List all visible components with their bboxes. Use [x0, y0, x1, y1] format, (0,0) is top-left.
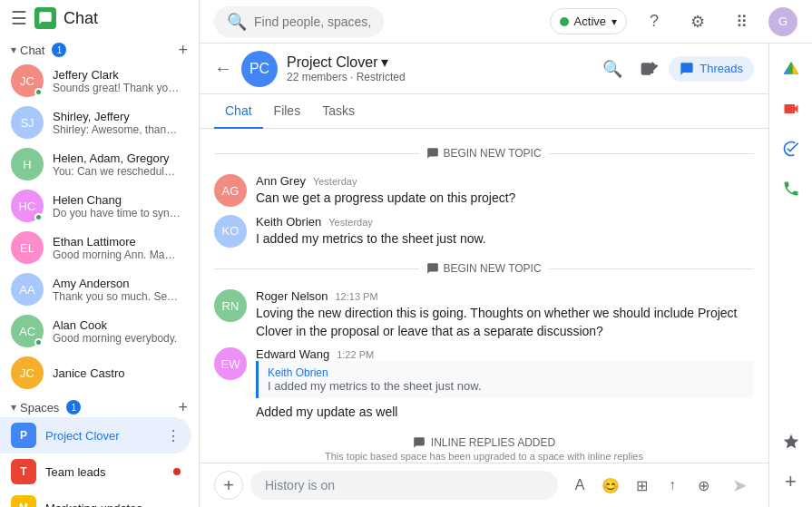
msg-header: Roger Nelson 12:13 PM — [256, 289, 754, 303]
status-chevron-icon: ▾ — [611, 15, 617, 28]
chat-header-info: Project Clover ▾ 22 members · Restricted — [287, 54, 587, 83]
settings-icon[interactable]: ⚙ — [681, 5, 714, 38]
chat-item-name: Amy Anderson — [53, 277, 181, 290]
emoji-icon[interactable]: 😊 — [596, 471, 625, 500]
avatar: H — [11, 148, 44, 180]
online-dot — [34, 213, 43, 221]
space-item-name: Project Clover — [45, 429, 157, 443]
attach-icon[interactable]: ⊞ — [627, 471, 656, 500]
more-options-icon[interactable]: ⊕ — [689, 471, 718, 500]
search-input[interactable] — [254, 15, 371, 29]
user-avatar[interactable]: G — [768, 7, 797, 36]
chat-meta: 22 members · Restricted — [287, 71, 587, 83]
back-button[interactable]: ← — [214, 58, 232, 79]
add-message-button[interactable]: + — [214, 471, 243, 500]
tasks-icon[interactable] — [773, 131, 809, 167]
space-item-project-clover[interactable]: P Project Clover ⋮ — [0, 417, 191, 453]
avatar: AC — [11, 315, 44, 347]
menu-icon[interactable]: ☰ — [11, 7, 27, 29]
tab-tasks[interactable]: Tasks — [311, 94, 366, 129]
chat-item-info: Helen, Adam, Gregory You: Can we resched… — [53, 151, 181, 178]
chat-item-helen-chang[interactable]: HC Helen Chang Do you have time to sync … — [0, 185, 191, 227]
svg-rect-0 — [641, 63, 651, 74]
message-roger-1: RN Roger Nelson 12:13 PM Loving the new … — [214, 289, 754, 340]
chat-search-icon[interactable]: 🔍 — [596, 53, 629, 85]
chat-item-preview: Do you have time to sync tomorrow mori..… — [53, 207, 181, 219]
spaces-section-label: Spaces — [20, 401, 59, 414]
msg-content: Roger Nelson 12:13 PM Loving the new dir… — [256, 289, 754, 340]
divider-line — [214, 268, 419, 269]
chat-item-alan[interactable]: AC Alan Cook Good morning everybody. — [0, 310, 191, 352]
star-icon[interactable] — [773, 424, 809, 460]
msg-header: Edward Wang 1:22 PM — [256, 347, 754, 361]
add-sidebar-button[interactable]: + — [773, 463, 809, 500]
send-button[interactable]: ➤ — [725, 471, 754, 500]
chat-item-info: Ethan Lattimore Good morning Ann. May I … — [53, 235, 181, 261]
msg-avatar: AG — [214, 174, 247, 207]
msg-sender: Keith Obrien — [256, 215, 321, 229]
chat-badge: 1 — [52, 43, 66, 57]
msg-time: Yesterday — [328, 217, 373, 228]
chat-item-name: Helen, Adam, Gregory — [53, 151, 181, 165]
msg-text: Can we get a progress update on this pro… — [256, 190, 754, 208]
status-button[interactable]: Active ▾ — [550, 8, 627, 34]
message-ann-grey-1: AG Ann Grey Yesterday Can we get a progr… — [214, 174, 754, 208]
tab-chat[interactable]: Chat — [214, 94, 263, 129]
inline-label: INLINE REPLIES ADDED — [413, 436, 555, 449]
meet-icon[interactable] — [773, 91, 809, 127]
group-avatar: PC — [241, 51, 278, 87]
chat-item-jeffery[interactable]: JC Jeffery Clark Sounds great! Thank you… — [0, 60, 191, 102]
message-input[interactable]: History is on — [250, 471, 558, 500]
chat-item-amy[interactable]: AA Amy Anderson Thank you so much. See y… — [0, 268, 191, 310]
drive-icon[interactable] — [773, 51, 809, 87]
apps-icon[interactable]: ⠿ — [725, 5, 758, 38]
phone-icon[interactable] — [773, 171, 809, 207]
chat-name[interactable]: Project Clover ▾ — [287, 54, 587, 71]
input-actions: A 😊 ⊞ ↑ ⊕ — [565, 471, 718, 500]
space-item-team-leads[interactable]: T Team leads — [0, 453, 191, 490]
chat-item-helen-adam[interactable]: H Helen, Adam, Gregory You: Can we resch… — [0, 143, 191, 185]
chat-list: JC Jeffery Clark Sounds great! Thank you… — [0, 60, 199, 394]
divider-label: BEGIN NEW TOPIC — [426, 262, 541, 275]
tab-files[interactable]: Files — [263, 94, 312, 129]
online-dot — [34, 88, 43, 96]
divider-line — [214, 153, 419, 154]
search-box[interactable]: 🔍 — [214, 6, 384, 37]
spaces-chevron-icon: ▾ — [11, 401, 16, 414]
space-item-name: Team leads — [45, 465, 164, 479]
add-space-button[interactable]: + — [178, 399, 188, 415]
msg-time: 12:13 PM — [336, 291, 378, 302]
msg-text: Loving the new direction this is going. … — [256, 305, 754, 340]
help-icon[interactable]: ? — [638, 5, 670, 38]
upload-icon[interactable]: ↑ — [658, 471, 687, 500]
inline-replies-divider: INLINE REPLIES ADDED This topic based sp… — [214, 436, 754, 462]
space-avatar: M — [11, 495, 36, 507]
space-item-marketing[interactable]: M Marketing updates — [0, 490, 191, 507]
chat-item-info: Amy Anderson Thank you so much. See you … — [53, 277, 181, 303]
msg-text: Added my update as well — [256, 404, 754, 422]
chat-item-info: Helen Chang Do you have time to sync tom… — [53, 193, 181, 219]
status-label: Active — [574, 15, 606, 28]
avatar: SJ — [11, 106, 44, 139]
threads-label: Threads — [699, 62, 743, 75]
topic-divider: BEGIN NEW TOPIC — [214, 147, 754, 160]
chat-item-info: Alan Cook Good morning everybody. — [53, 318, 181, 345]
chat-item-info: Janice Castro — [53, 366, 181, 380]
msg-time: Yesterday — [313, 176, 357, 187]
chat-item-shirley[interactable]: SJ Shirley, Jeffery Shirley: Awesome, th… — [0, 102, 191, 143]
add-chat-button[interactable]: + — [178, 42, 188, 58]
avatar: JC — [11, 356, 44, 389]
chat-item-preview: Shirley: Awesome, thank you for the... — [53, 123, 181, 136]
text-format-icon[interactable]: A — [565, 471, 594, 500]
divider-line — [549, 153, 754, 154]
chat-item-ethan[interactable]: EL Ethan Lattimore Good morning Ann. May… — [0, 227, 191, 268]
chat-chevron-icon: ▾ — [11, 44, 16, 56]
chat-item-janice[interactable]: JC Janice Castro — [0, 352, 191, 394]
msg-avatar: EW — [214, 347, 247, 380]
spaces-section-toggle[interactable]: ▾ Spaces 1 — [11, 400, 81, 414]
chat-video-icon[interactable] — [632, 53, 665, 85]
chat-section-toggle[interactable]: ▾ Chat 1 — [11, 43, 66, 57]
quoted-message: Keith Obrien I added my metrics to the s… — [256, 361, 754, 398]
threads-button[interactable]: Threads — [669, 56, 754, 82]
msg-content: Edward Wang 1:22 PM Keith Obrien I added… — [256, 347, 754, 422]
